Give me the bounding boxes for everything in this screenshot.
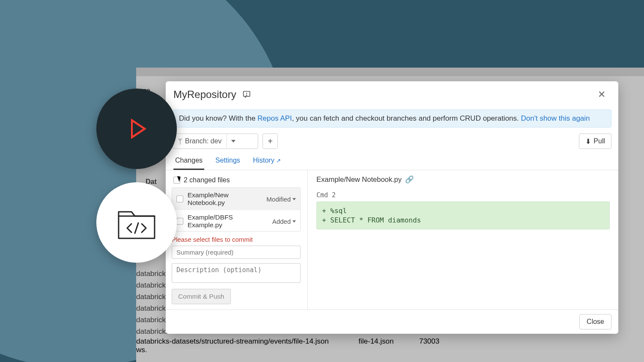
close-icon[interactable]: ✕ [594, 87, 609, 102]
download-icon: ⬇ [585, 137, 591, 145]
play-overlay-icon[interactable] [96, 89, 177, 169]
pull-button[interactable]: ⬇ Pull [579, 134, 611, 149]
file-checkbox[interactable] [176, 196, 183, 202]
new-branch-button[interactable]: + [262, 134, 278, 149]
file-status-dropdown[interactable]: Modified [266, 196, 296, 203]
git-repo-dialog: MyRepository ✕ Did you know? With the Re… [166, 81, 618, 334]
file-path: Example/New Notebook.py [188, 191, 262, 207]
commit-summary-input[interactable] [172, 246, 301, 259]
file-path: Example/DBFS Example.py [188, 214, 268, 229]
commit-description-input[interactable] [172, 263, 301, 283]
branch-label: Branch: dev [185, 137, 221, 145]
banner-text-mid: , you can fetch and checkout branches an… [292, 114, 521, 122]
repos-api-link[interactable]: Repos API [257, 114, 292, 122]
tab-history[interactable]: History↗ [251, 154, 283, 170]
cursor-icon [177, 175, 182, 182]
tab-settings[interactable]: Settings [214, 154, 242, 170]
commit-push-button[interactable]: Commit & Push [172, 289, 231, 304]
link-icon[interactable]: 🔗 [405, 175, 414, 184]
tab-changes[interactable]: Changes [173, 154, 204, 170]
changed-file-list: Example/New Notebook.py Modified Example… [172, 187, 301, 231]
branch-selector[interactable]: ᛘBranch: dev [173, 134, 258, 149]
diff-file-title: Example/New Notebook.py [316, 175, 402, 184]
diff-added-block: + %sql + SELECT * FROM diamonds [316, 202, 610, 229]
banner-text-prefix: Did you know? With the [179, 114, 257, 122]
code-folder-overlay-icon [96, 182, 177, 263]
svg-point-2 [246, 95, 247, 95]
dialog-header: MyRepository ✕ [166, 81, 618, 106]
file-checkbox[interactable] [176, 218, 183, 225]
tab-bar: Changes Settings History↗ [166, 154, 618, 170]
pull-label: Pull [593, 137, 605, 145]
changed-files-count: 2 changed files [184, 176, 230, 184]
file-row[interactable]: Example/DBFS Example.py Added [172, 210, 300, 231]
diff-cell-label: Cmd 2 [316, 191, 610, 199]
dialog-title: MyRepository [173, 89, 236, 101]
changes-pane: 2 changed files Example/New Notebook.py … [166, 170, 308, 309]
bg-table-row: databricks-datasets/structured-streaming… [136, 337, 439, 354]
file-status-dropdown[interactable]: Added [272, 218, 296, 225]
file-row[interactable]: Example/New Notebook.py Modified [172, 188, 300, 210]
close-button[interactable]: Close [579, 314, 611, 329]
select-all-checkbox[interactable] [173, 177, 180, 184]
feedback-icon[interactable] [242, 90, 251, 99]
external-link-icon: ↗ [276, 157, 281, 164]
info-banner: Did you know? With the Repos API, you ca… [173, 110, 611, 128]
branch-icon: ᛘ [178, 137, 182, 145]
diff-pane: Example/New Notebook.py 🔗 Cmd 2 + %sql +… [308, 170, 618, 309]
dismiss-banner-link[interactable]: Don't show this again [521, 114, 590, 122]
branch-toolbar: ᛘBranch: dev + ⬇ Pull [166, 132, 618, 152]
dialog-footer: Close [166, 309, 618, 334]
commit-warning: Please select files to commit [172, 236, 307, 243]
chevron-down-icon[interactable] [227, 134, 239, 148]
